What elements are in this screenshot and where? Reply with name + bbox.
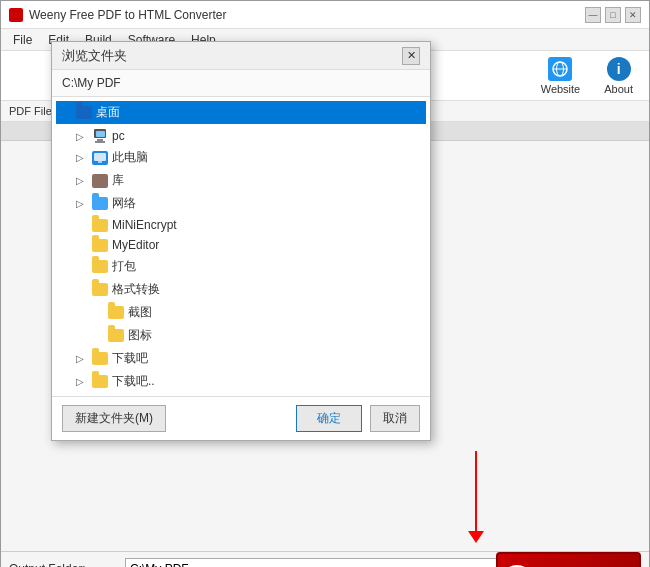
tree-item-pack[interactable]: 打包: [56, 255, 426, 278]
folder-icon-screenshot: [108, 306, 124, 319]
new-folder-button[interactable]: 新建文件夹(M): [62, 405, 166, 432]
tree-item-download2[interactable]: ▷ 下载吧..: [56, 370, 426, 393]
folder-icon-pack: [92, 260, 108, 273]
website-label: Website: [541, 83, 581, 95]
pdf-file-label: PDF File: [9, 105, 52, 117]
tree-item-screenshot[interactable]: 截图: [56, 301, 426, 324]
folder-icon-myeditor: [92, 239, 108, 252]
red-arrow: [468, 451, 484, 543]
tree-label-screenshot: 截图: [128, 304, 152, 321]
tree-item-convert[interactable]: 格式转换: [56, 278, 426, 301]
folder-icon-download1: [92, 352, 108, 365]
arrow-indicator: [468, 451, 484, 543]
expand-icon-pc: ▷: [76, 131, 88, 142]
desktop-folder-icon: [76, 106, 92, 119]
red-line: [475, 451, 477, 531]
folder-icon-convert: [92, 283, 108, 296]
website-icon: [548, 57, 572, 81]
dialog-buttons: 新建文件夹(M) 确定 取消: [52, 397, 430, 440]
convert-now-button[interactable]: ↻ Convert Now!: [496, 552, 641, 567]
dialog-path-bar: C:\My PDF: [52, 70, 430, 97]
expand-icon-computer: ▷: [76, 152, 88, 163]
tree-label-download1: 下载吧: [112, 350, 148, 367]
app-window: Weeny Free PDF to HTML Converter — □ ✕ F…: [0, 0, 650, 567]
expand-icon-library: ▷: [76, 175, 88, 186]
svg-rect-4: [98, 161, 102, 163]
expand-icon-network: ▷: [76, 198, 88, 209]
computer-icon: [92, 151, 108, 165]
expand-icon-download1: ▷: [76, 353, 88, 364]
close-button[interactable]: ✕: [625, 7, 641, 23]
title-bar-left: Weeny Free PDF to HTML Converter: [9, 8, 226, 22]
dialog-cancel-button[interactable]: 取消: [370, 405, 420, 432]
expand-icon-download2: ▷: [76, 376, 88, 387]
minimize-button[interactable]: —: [585, 7, 601, 23]
svg-rect-3: [94, 153, 106, 161]
tree-label-myeditor: MyEditor: [112, 238, 159, 252]
tree-label-miniencrypt: MiNiEncrypt: [112, 218, 177, 232]
tree-item-miniencrypt[interactable]: MiNiEncrypt: [56, 215, 426, 235]
dialog-title-bar: 浏览文件夹 ✕: [52, 42, 430, 70]
tree-label-desktop: 桌面: [96, 104, 120, 121]
dialog-ok-button[interactable]: 确定: [296, 405, 362, 432]
maximize-button[interactable]: □: [605, 7, 621, 23]
tree-label-convert: 格式转换: [112, 281, 160, 298]
folder-icon-icons: [108, 329, 124, 342]
dialog-close-button[interactable]: ✕: [402, 47, 420, 65]
tree-item-network[interactable]: ▷ 网络: [56, 192, 426, 215]
dialog-title: 浏览文件夹: [62, 47, 127, 65]
about-label: About: [604, 83, 633, 95]
dialog-tree[interactable]: 桌面 ▷ pc ▷ 此电脑: [52, 97, 430, 397]
tree-label-pc: pc: [112, 129, 125, 143]
app-icon: [9, 8, 23, 22]
tree-label-network: 网络: [112, 195, 136, 212]
tree-label-library: 库: [112, 172, 124, 189]
network-folder-icon: [92, 197, 108, 210]
tree-item-desktop[interactable]: 桌面: [56, 101, 426, 124]
menu-file[interactable]: File: [5, 31, 40, 49]
window-controls: — □ ✕: [585, 7, 641, 23]
about-button[interactable]: i About: [596, 53, 641, 99]
output-folder-label: Output Folder:: [9, 562, 119, 567]
tree-label-computer: 此电脑: [112, 149, 148, 166]
tree-item-download1[interactable]: ▷ 下载吧: [56, 347, 426, 370]
tree-item-pc[interactable]: ▷ pc: [56, 126, 426, 146]
tree-item-myeditor[interactable]: MyEditor: [56, 235, 426, 255]
about-icon: i: [607, 57, 631, 81]
website-button[interactable]: Website: [533, 53, 589, 99]
tree-label-icons: 图标: [128, 327, 152, 344]
browse-dialog: 浏览文件夹 ✕ C:\My PDF 桌面 ▷ pc: [51, 41, 431, 441]
library-icon: [92, 174, 108, 188]
tree-label-pack: 打包: [112, 258, 136, 275]
window-title: Weeny Free PDF to HTML Converter: [29, 8, 226, 22]
dialog-action-buttons: 确定 取消: [296, 405, 420, 432]
tree-item-computer[interactable]: ▷ 此电脑: [56, 146, 426, 169]
folder-icon-miniencrypt: [92, 219, 108, 232]
folder-icon-download2: [92, 375, 108, 388]
title-bar: Weeny Free PDF to HTML Converter — □ ✕: [1, 1, 649, 29]
red-arrowhead: [468, 531, 484, 543]
tree-item-library[interactable]: ▷ 库: [56, 169, 426, 192]
tree-item-icons[interactable]: 图标: [56, 324, 426, 347]
tree-label-download2: 下载吧..: [112, 373, 155, 390]
pc-icon: [92, 129, 108, 143]
